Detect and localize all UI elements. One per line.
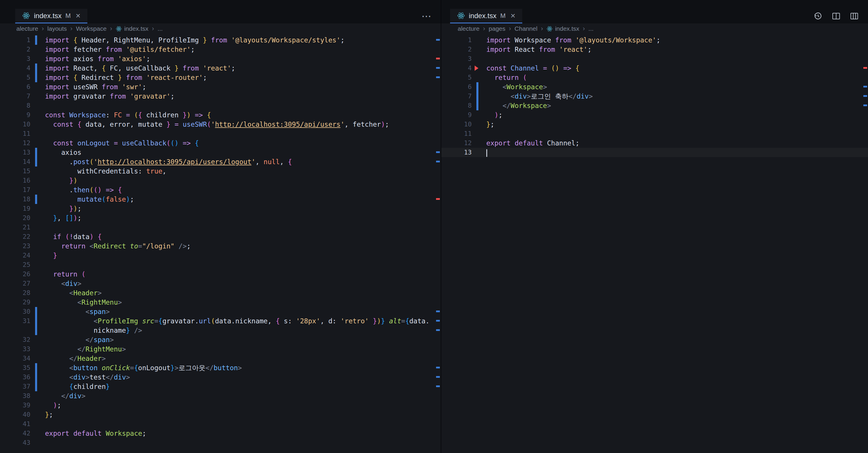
- line-number[interactable]: 34: [0, 354, 30, 363]
- line-number[interactable]: 10: [441, 120, 472, 129]
- code-line[interactable]: 32 </span>: [0, 335, 441, 344]
- breadcrumb-item-layouts[interactable]: layouts: [48, 25, 67, 32]
- code-line[interactable]: 3import axios from 'axios';: [0, 54, 441, 63]
- code-line[interactable]: 15 withCredentials: true,: [0, 167, 441, 176]
- code-line[interactable]: 34 </Header>: [0, 354, 441, 363]
- line-number[interactable]: 20: [0, 213, 30, 223]
- line-number[interactable]: 31: [0, 316, 30, 326]
- code-line[interactable]: 23 return <Redirect to="/login" />;: [0, 242, 441, 251]
- line-number[interactable]: 6: [0, 82, 30, 92]
- code-line[interactable]: 9const Workspace: FC = ({ children }) =>…: [0, 110, 441, 120]
- line-number[interactable]: 5: [0, 73, 30, 82]
- line-number[interactable]: 11: [441, 129, 472, 138]
- line-number[interactable]: 6: [441, 82, 472, 92]
- line-number[interactable]: [0, 326, 30, 335]
- line-number[interactable]: 2: [0, 45, 30, 54]
- code-line[interactable]: 43: [0, 438, 441, 448]
- overview-ruler[interactable]: [862, 23, 868, 453]
- line-number[interactable]: 8: [0, 101, 30, 110]
- breadcrumb-item-Workspace[interactable]: Workspace: [76, 25, 107, 32]
- code-line[interactable]: 4const Channel = () => {: [441, 63, 868, 73]
- code-line[interactable]: 6import useSWR from 'swr';: [0, 82, 441, 92]
- line-number[interactable]: 22: [0, 232, 30, 242]
- code-line[interactable]: 20 }, []);: [0, 213, 441, 223]
- line-number[interactable]: 33: [0, 344, 30, 354]
- line-number[interactable]: 35: [0, 363, 30, 372]
- line-number[interactable]: 27: [0, 279, 30, 288]
- code-line[interactable]: 10};: [441, 120, 868, 129]
- line-number[interactable]: 41: [0, 419, 30, 429]
- line-number[interactable]: 3: [441, 54, 472, 63]
- breadcrumb-item-pages[interactable]: pages: [489, 25, 505, 32]
- line-number[interactable]: 7: [0, 92, 30, 101]
- line-number[interactable]: 9: [441, 110, 472, 120]
- code-line[interactable]: 4import React, { FC, useCallback } from …: [0, 63, 441, 73]
- line-number[interactable]: 5: [441, 73, 472, 82]
- code-line[interactable]: 22 if (!data) {: [0, 232, 441, 242]
- line-number[interactable]: 21: [0, 223, 30, 232]
- code-line[interactable]: 42export default Workspace;: [0, 429, 441, 438]
- code-line[interactable]: nickname} />: [0, 326, 441, 335]
- line-number[interactable]: 1: [441, 35, 472, 45]
- line-number[interactable]: 13: [441, 148, 472, 157]
- code-line[interactable]: 29 <RightMenu>: [0, 298, 441, 307]
- code-line[interactable]: 31 <ProfileImg src={gravatar.url(data.ni…: [0, 316, 441, 326]
- editor-layout-icon[interactable]: [850, 12, 859, 21]
- line-number[interactable]: 42: [0, 429, 30, 438]
- code-line[interactable]: 6 <Workspace>: [441, 82, 868, 92]
- line-number[interactable]: 3: [0, 54, 30, 63]
- code-editor[interactable]: 1import { Header, RightMenu, ProfileImg …: [0, 34, 441, 448]
- code-line[interactable]: 11: [441, 129, 868, 138]
- breadcrumb-item-alecture[interactable]: alecture: [458, 25, 479, 32]
- line-number[interactable]: 8: [441, 101, 472, 110]
- code-line[interactable]: 7import gravatar from 'gravatar';: [0, 92, 441, 101]
- breadcrumb-file[interactable]: index.tsx: [116, 25, 149, 32]
- code-line[interactable]: 21: [0, 223, 441, 232]
- code-line[interactable]: 25: [0, 260, 441, 270]
- code-line[interactable]: 17 .then(() => {: [0, 185, 441, 195]
- line-number[interactable]: 30: [0, 307, 30, 316]
- line-number[interactable]: 12: [441, 138, 472, 148]
- line-number[interactable]: 19: [0, 204, 30, 213]
- line-number[interactable]: 32: [0, 335, 30, 344]
- code-line[interactable]: 7 <div>로그인 축하</div>: [441, 92, 868, 101]
- line-number[interactable]: 16: [0, 176, 30, 185]
- breadcrumb-symbol[interactable]: ...: [157, 25, 163, 32]
- editor-tab-index.tsx[interactable]: index.tsxM×: [450, 9, 522, 23]
- breadcrumb-symbol[interactable]: ...: [588, 25, 594, 32]
- code-line[interactable]: 2import fetcher from '@utils/fetcher';: [0, 45, 441, 54]
- timeline-icon[interactable]: [814, 12, 823, 21]
- line-number[interactable]: 12: [0, 138, 30, 148]
- code-line[interactable]: 26 return (: [0, 270, 441, 279]
- line-number[interactable]: 39: [0, 401, 30, 410]
- code-line[interactable]: 40};: [0, 410, 441, 419]
- code-line[interactable]: 28 <Header>: [0, 288, 441, 298]
- code-line[interactable]: 8: [0, 101, 441, 110]
- line-number[interactable]: 7: [441, 92, 472, 101]
- line-number[interactable]: 38: [0, 391, 30, 401]
- code-line[interactable]: 8 </Workspace>: [441, 101, 868, 110]
- line-number[interactable]: 18: [0, 195, 30, 204]
- more-actions-icon[interactable]: ⋯: [422, 14, 431, 19]
- breadcrumb-item-Channel[interactable]: Channel: [515, 25, 537, 32]
- code-line[interactable]: 2import React from 'react';: [441, 45, 868, 54]
- line-number[interactable]: 36: [0, 372, 30, 382]
- code-line[interactable]: 19 });: [0, 204, 441, 213]
- line-number[interactable]: 15: [0, 167, 30, 176]
- breadcrumb-item-alecture[interactable]: alecture: [17, 25, 38, 32]
- line-number[interactable]: 9: [0, 110, 30, 120]
- code-line[interactable]: 30 <span>: [0, 307, 441, 316]
- code-line[interactable]: 38 </div>: [0, 391, 441, 401]
- code-line[interactable]: 3: [441, 54, 868, 63]
- split-editor-icon[interactable]: [832, 12, 840, 21]
- code-line[interactable]: 5import { Redirect } from 'react-router'…: [0, 73, 441, 82]
- line-number[interactable]: 11: [0, 129, 30, 138]
- overview-ruler[interactable]: [435, 23, 441, 453]
- line-number[interactable]: 40: [0, 410, 30, 419]
- code-line[interactable]: 5 return (: [441, 73, 868, 82]
- line-number[interactable]: 13: [0, 148, 30, 157]
- line-number[interactable]: 23: [0, 242, 30, 251]
- code-line[interactable]: 1import { Header, RightMenu, ProfileImg …: [0, 35, 441, 45]
- code-editor[interactable]: 1import Workspace from '@layouts/Workspa…: [441, 34, 868, 157]
- line-number[interactable]: 28: [0, 288, 30, 298]
